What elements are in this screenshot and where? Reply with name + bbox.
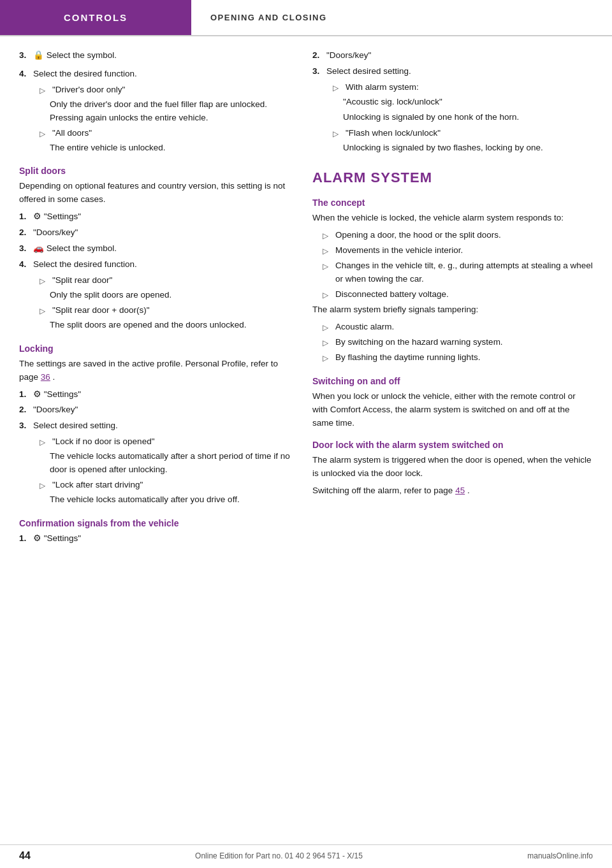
- split-step3-text: Select the symbol.: [47, 243, 117, 253]
- door-lock-title: Door lock with the alarm system switched…: [312, 440, 504, 450]
- bullet-flashing-text: By flashing the daytime running lights.: [335, 351, 593, 365]
- split-step1-text: "Settings": [44, 212, 81, 221]
- lock-icon: 🔒: [33, 50, 44, 60]
- section-title: CONTROLS: [0, 0, 191, 35]
- bullet-switching-hazard: ▷ By switching on the hazard warning sys…: [312, 336, 593, 349]
- drivers-door-bullet: ▷ "Driver's door only": [19, 83, 293, 97]
- arrow-icon: ▷: [323, 352, 333, 365]
- split-rear-plus-label: "Split rear door + door(s)": [52, 304, 150, 317]
- step3-text: 🔒 Select the symbol.: [33, 49, 293, 62]
- edition-text: Online Edition for Part no. 01 40 2 964 …: [195, 851, 363, 860]
- confirmation-title: Confirmation signals from the vehicle: [19, 518, 179, 528]
- flash-desc-text: Unlocking is signaled by two flashes, lo…: [343, 143, 543, 152]
- drivers-door-desc: Only the driver's door and the fuel fill…: [19, 98, 293, 125]
- door-lock-heading: Door lock with the alarm system switched…: [312, 440, 593, 450]
- arrow-icon: ▷: [323, 230, 333, 242]
- bullet-acoustic: ▷ Acoustic alarm.: [312, 321, 593, 334]
- all-doors-label: "All doors": [52, 127, 92, 140]
- switching-off-label: Switching off the alarm, refer to page: [312, 486, 453, 495]
- drivers-door-label: "Driver's door only": [52, 83, 125, 97]
- locking-title: Locking: [19, 344, 54, 354]
- arrow-icon: ▷: [323, 261, 333, 273]
- step4-number: 4.: [19, 68, 33, 81]
- bullet-switching-text: By switching on the hazard warning syste…: [335, 336, 593, 349]
- switching-desc: When you lock or unlock the vehicle, eit…: [312, 390, 593, 430]
- bullet-changes: ▷ Changes in the vehicle tilt, e. g., du…: [312, 259, 593, 286]
- lock-no-door-label: "Lock if no door is opened": [52, 435, 154, 449]
- confirm-step-3: 3. Select desired setting.: [312, 65, 593, 78]
- all-doors-bullet: ▷ "All doors": [19, 127, 293, 140]
- bullet-movements: ▷ Movements in the vehicle interior.: [312, 244, 593, 257]
- acoustic-sig-label: "Acoustic sig. lock/unlock": [343, 97, 442, 106]
- confirm-step-1: 1. ⚙ "Settings": [19, 532, 293, 546]
- acoustic-desc: Unlocking is signaled by one honk of the…: [312, 111, 593, 124]
- bullet-flashing: ▷ By flashing the daytime running lights…: [312, 351, 593, 365]
- step-4: 4. Select the desired function.: [19, 68, 293, 81]
- confirm-step1-text: "Settings": [44, 533, 81, 543]
- bullet-opening: ▷ Opening a door, the hood or the split …: [312, 229, 593, 242]
- concept-intro: When the vehicle is locked, the vehicle …: [312, 212, 593, 225]
- split-step-1: 1. ⚙ "Settings": [19, 210, 293, 224]
- step-3: 3. 🔒 Select the symbol.: [19, 49, 293, 62]
- opening-closing-label: OPENING AND CLOSING: [210, 13, 327, 22]
- flash-bullet: ▷ "Flash when lock/unlock": [312, 127, 593, 140]
- bullet-disconnected-text: Disconnected battery voltage.: [335, 288, 593, 301]
- confirm-step1-num: 1.: [19, 532, 33, 546]
- confirm-step2-text: "Doors/key": [326, 49, 593, 62]
- arrow-icon: ▷: [40, 480, 50, 492]
- lock-after-start-bullet: ▷ "Lock after start driving": [19, 479, 293, 492]
- split-rear-plus-bullet: ▷ "Split rear door + door(s)": [19, 304, 293, 317]
- arrow-icon: ▷: [333, 128, 343, 140]
- acoustic-sig: "Acoustic sig. lock/unlock": [312, 96, 593, 109]
- lock-no-door-desc: The vehicle locks automatically after a …: [19, 450, 293, 477]
- switching-off-page-link[interactable]: 45: [455, 486, 465, 495]
- split-rear-door-desc: Only the split doors are opened.: [19, 289, 293, 302]
- split-step1-num: 1.: [19, 210, 33, 224]
- split-rear-plus-desc: The split doors are opened and the doors…: [19, 319, 293, 332]
- locking-desc-end: .: [53, 372, 55, 382]
- locking-heading: Locking: [19, 344, 293, 354]
- flash-desc: Unlocking is signaled by two flashes, lo…: [312, 141, 593, 155]
- lock-step2-text: "Doors/key": [33, 403, 293, 417]
- left-column: 3. 🔒 Select the symbol. 4. Select the de…: [19, 49, 293, 548]
- door-lock-desc: The alarm system is triggered when the d…: [312, 454, 593, 481]
- lock-after-start-desc: The vehicle locks automatically after yo…: [19, 493, 293, 507]
- switching-title: Switching on and off: [312, 376, 400, 386]
- controls-label: CONTROLS: [64, 12, 127, 23]
- split-doors-title: Split doors: [19, 166, 66, 176]
- confirm-step-2: 2. "Doors/key": [312, 49, 593, 62]
- locking-page-link[interactable]: 36: [41, 372, 50, 382]
- step3-number: 3.: [19, 49, 33, 62]
- confirm-step3-text: Select desired setting.: [326, 65, 593, 78]
- lock-no-door-description: The vehicle locks automatically after a …: [50, 451, 290, 474]
- page-header: CONTROLS OPENING AND CLOSING: [0, 0, 612, 36]
- split-step4-num: 4.: [19, 258, 33, 271]
- split-step3-num: 3.: [19, 242, 33, 256]
- arrow-icon: ▷: [40, 275, 50, 287]
- lock-step-2: 2. "Doors/key": [19, 403, 293, 417]
- lock-step1-text: "Settings": [44, 389, 81, 399]
- split-step-3: 3. 🚗 Select the symbol.: [19, 242, 293, 256]
- split-rear-door-description: Only the split doors are opened.: [50, 290, 171, 300]
- lock-after-start-description: The vehicle locks automatically after yo…: [50, 495, 240, 504]
- arrow-icon: ▷: [323, 337, 333, 349]
- arrow-icon: ▷: [323, 289, 333, 301]
- split-step-2: 2. "Doors/key": [19, 226, 293, 240]
- lock-step1-content: ⚙ "Settings": [33, 388, 293, 401]
- arrow-icon: ▷: [40, 305, 50, 317]
- lock-step-1: 1. ⚙ "Settings": [19, 388, 293, 401]
- drivers-door-description: Only the driver's door and the fuel fill…: [50, 99, 267, 122]
- confirmation-heading: Confirmation signals from the vehicle: [19, 518, 293, 528]
- alarm-title: ALARM SYSTEM: [312, 170, 432, 185]
- page-number: 44: [19, 850, 31, 862]
- split-rear-door-label: "Split rear door": [52, 274, 112, 287]
- right-column: 2. "Doors/key" 3. Select desired setting…: [312, 49, 593, 548]
- confirm-step3-num: 3.: [312, 65, 326, 78]
- lock-step3-num: 3.: [19, 419, 33, 433]
- split-step2-num: 2.: [19, 226, 33, 240]
- arrow-icon: ▷: [333, 82, 343, 94]
- alarm-signals-intro: The alarm system briefly signals tamperi…: [312, 303, 593, 317]
- flash-label: "Flash when lock/unlock": [346, 127, 441, 140]
- arrow-icon: ▷: [323, 245, 333, 257]
- split-rear-door-bullet: ▷ "Split rear door": [19, 274, 293, 287]
